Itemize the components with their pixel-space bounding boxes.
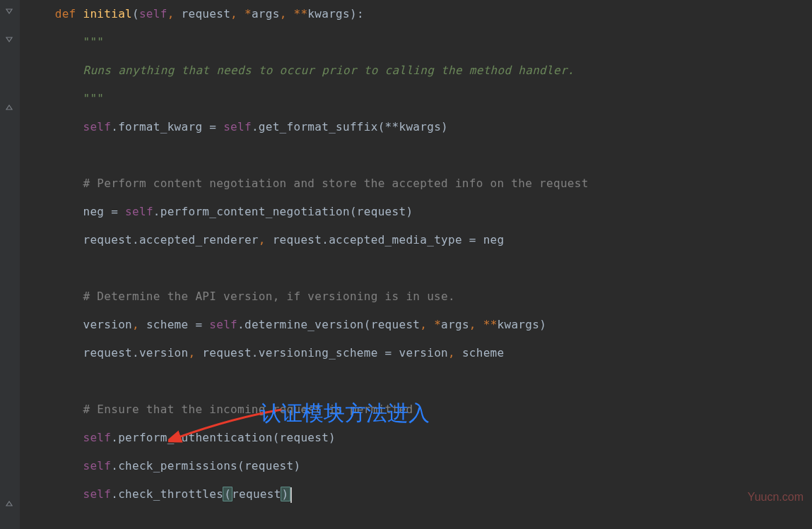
self-token: self [139,7,167,20]
docstring-open: """ [83,35,104,49]
fold-collapse-icon[interactable] [4,499,14,509]
fold-collapse-icon[interactable] [4,102,14,112]
docstring-text: Runs anything that needs to occur prior … [83,64,574,77]
code-area[interactable]: def initial(self, request, *args, **kwar… [20,0,812,529]
comment: # Perform content negotiation and store … [83,177,588,190]
docstring-close: """ [83,92,104,105]
matched-paren-close: ) [281,487,290,501]
function-name: initial [83,7,132,20]
fold-expand-icon[interactable] [4,7,14,17]
code-editor[interactable]: def initial(self, request, *args, **kwar… [0,0,812,529]
fold-expand-icon[interactable] [4,35,14,45]
gutter [0,0,20,529]
comment: # Ensure that the incoming request is pe… [83,403,413,416]
comment: # Determine the API version, if versioni… [83,290,454,303]
matched-paren-open: ( [223,487,233,501]
keyword-def: def [55,7,83,20]
text-caret [290,487,292,503]
source-code[interactable]: def initial(self, request, *args, **kwar… [20,0,812,509]
